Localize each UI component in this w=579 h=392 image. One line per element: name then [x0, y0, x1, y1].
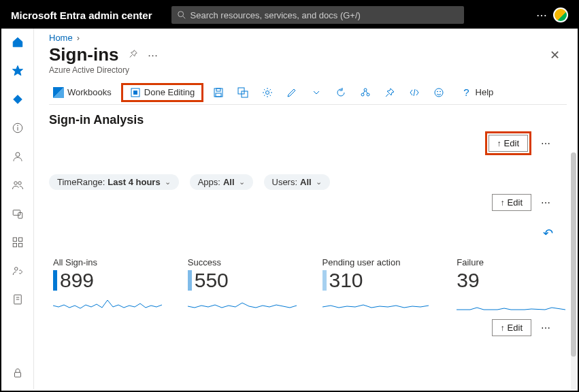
- done-editing-button[interactable]: Done Editing: [126, 85, 199, 100]
- settings-button[interactable]: [258, 85, 277, 100]
- chevron-down-icon: ⌄: [165, 178, 171, 186]
- smiley-icon: [433, 87, 444, 98]
- svg-line-31: [386, 94, 388, 97]
- sparkline: [322, 296, 431, 312]
- chevron-down-icon: ⌄: [239, 178, 245, 186]
- svg-point-29: [361, 93, 364, 96]
- section-more-icon[interactable]: ⋯: [538, 197, 553, 208]
- page-header: Sign-ins ⋯ ✕: [49, 44, 567, 65]
- page-subtitle: Azure Active Directory: [49, 65, 567, 75]
- svg-point-4: [17, 125, 18, 126]
- svg-rect-12: [13, 244, 16, 247]
- svg-point-30: [367, 93, 369, 96]
- up-arrow-icon: ↑: [497, 139, 501, 148]
- svg-rect-11: [18, 238, 22, 241]
- scroll-thumb[interactable]: [571, 152, 576, 357]
- share-icon: [360, 87, 371, 98]
- breadcrumb-home[interactable]: Home: [49, 33, 73, 43]
- nav-info-icon[interactable]: [10, 120, 26, 136]
- help-icon: ?: [463, 86, 469, 98]
- edit-section-button[interactable]: ↑ Edit: [492, 319, 531, 336]
- nav-groups-icon[interactable]: [10, 177, 26, 193]
- avatar[interactable]: [553, 7, 568, 22]
- nav-favorites-icon[interactable]: [10, 63, 26, 79]
- done-editing-icon: [130, 87, 141, 98]
- code-icon: [409, 87, 420, 98]
- svg-point-27: [266, 91, 269, 94]
- close-icon[interactable]: ✕: [550, 48, 567, 63]
- product-title: Microsoft Entra admin center: [11, 10, 152, 21]
- svg-rect-10: [13, 238, 16, 241]
- help-button[interactable]: ? Help: [459, 84, 497, 100]
- metric-bar: [53, 270, 57, 291]
- section-actions-3: ↑ Edit ⋯: [49, 319, 567, 336]
- nav-home-icon[interactable]: [10, 34, 26, 50]
- svg-point-0: [178, 12, 183, 17]
- section-title: Sign-in Analysis: [49, 113, 567, 127]
- highlight-done-editing: Done Editing: [121, 83, 203, 102]
- svg-point-28: [364, 88, 367, 91]
- nav-entra-icon[interactable]: [10, 91, 26, 108]
- up-arrow-icon: ↑: [501, 323, 505, 333]
- gear-icon: [262, 87, 273, 98]
- svg-point-5: [16, 152, 20, 157]
- more-icon[interactable]: ⋯: [535, 9, 548, 21]
- svg-rect-24: [216, 93, 221, 97]
- chevron-right-icon: ›: [77, 33, 80, 43]
- workbooks-button[interactable]: Workbooks: [49, 85, 116, 100]
- metrics-row: All Sign-ins 899 Success 550 Pending use…: [49, 257, 567, 315]
- refresh-button[interactable]: [331, 85, 350, 100]
- nav-protect-icon[interactable]: [10, 365, 26, 381]
- section-actions-2: ↑ Edit ⋯: [49, 194, 567, 211]
- saveas-icon: [237, 87, 248, 98]
- save-icon: [213, 87, 224, 98]
- section-more-icon[interactable]: ⋯: [538, 138, 553, 149]
- metric-success: Success 550: [188, 257, 298, 315]
- nav-devices-icon[interactable]: [10, 206, 26, 222]
- edit-section-button[interactable]: ↑ Edit: [489, 135, 528, 152]
- nav-billing-icon[interactable]: [10, 291, 26, 308]
- svg-rect-13: [18, 244, 22, 247]
- undo-icon[interactable]: ↶: [543, 226, 553, 241]
- feedback-button[interactable]: [429, 85, 448, 100]
- nav-rail: [1, 29, 34, 389]
- undo-row: ↶: [49, 226, 567, 241]
- chevron-down-icon: ⌄: [316, 178, 322, 186]
- metric-bar: [322, 270, 327, 291]
- save-button[interactable]: [209, 85, 228, 100]
- metric-pending: Pending user action 310: [322, 257, 433, 315]
- pin-toolbar-button[interactable]: [380, 85, 399, 100]
- edit-dropdown[interactable]: [307, 85, 326, 100]
- section-more-icon[interactable]: ⋯: [538, 323, 553, 333]
- workbook-toolbar: Workbooks Done Editing ? Help: [49, 84, 567, 105]
- chevron-down-icon: [311, 87, 322, 98]
- pin-icon[interactable]: [129, 49, 138, 61]
- nav-roles-icon[interactable]: [10, 263, 26, 279]
- code-button[interactable]: [405, 85, 424, 100]
- filter-apps[interactable]: Apps: All ⌄: [190, 174, 253, 190]
- nav-apps-icon[interactable]: [10, 234, 26, 250]
- svg-rect-21: [133, 91, 137, 95]
- page-title: Sign-ins: [49, 44, 119, 65]
- metric-bar: [188, 270, 192, 291]
- metric-all-signins: All Sign-ins 899: [53, 257, 163, 315]
- svg-point-14: [14, 267, 18, 271]
- more-icon[interactable]: ⋯: [148, 49, 158, 61]
- saveas-button[interactable]: [233, 85, 252, 100]
- svg-point-32: [435, 88, 443, 97]
- filter-timerange[interactable]: TimeRange: Last 4 hours ⌄: [49, 174, 179, 190]
- share-button[interactable]: [356, 85, 375, 100]
- svg-line-1: [182, 16, 185, 19]
- search-input[interactable]: Search resources, services, and docs (G+…: [171, 6, 464, 24]
- edit-button[interactable]: [282, 85, 301, 100]
- svg-rect-23: [216, 88, 220, 91]
- svg-point-6: [14, 182, 17, 185]
- nav-users-icon[interactable]: [10, 148, 26, 165]
- svg-rect-18: [14, 372, 20, 377]
- filter-users[interactable]: Users: All ⌄: [264, 174, 330, 190]
- svg-point-7: [18, 182, 21, 185]
- svg-point-33: [437, 91, 438, 92]
- scrollbar[interactable]: [571, 152, 576, 389]
- edit-section-button[interactable]: ↑ Edit: [492, 194, 531, 211]
- svg-point-34: [440, 91, 441, 92]
